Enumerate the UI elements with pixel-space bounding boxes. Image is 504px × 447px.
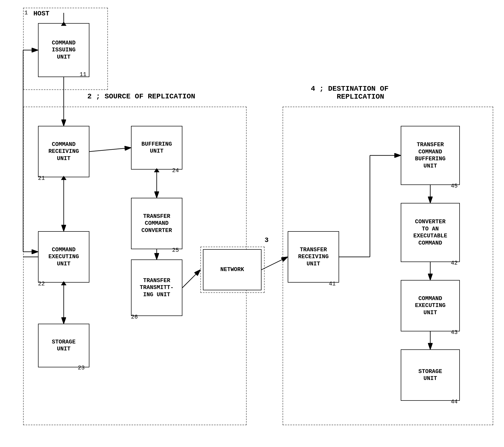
number-23: 23 bbox=[78, 365, 85, 371]
diagram: HOST 1 COMMANDISSUINGUNIT 11 2 ; SOURCE … bbox=[0, 0, 504, 447]
box25-text: TRANSFERCOMMANDCONVERTER bbox=[142, 213, 172, 234]
box11-text: COMMANDISSUINGUNIT bbox=[52, 40, 76, 61]
box-storage-unit-dest: STORAGEUNIT bbox=[401, 349, 460, 401]
box-command-executing-unit-source: COMMANDEXECUTINGUNIT bbox=[38, 231, 89, 283]
box-transfer-receiving-unit: TRANSFERRECEIVINGUNIT bbox=[288, 231, 339, 283]
box-command-issuing-unit: COMMANDISSUINGUNIT bbox=[38, 23, 89, 77]
box-transfer-transmitting-unit: TRANSFERTRANSMITT-ING UNIT bbox=[131, 259, 182, 316]
number-42: 42 bbox=[451, 260, 458, 266]
box-transfer-command-buffering-unit: TRANSFERCOMMANDBUFFERINGUNIT bbox=[401, 126, 460, 185]
number-44: 44 bbox=[451, 399, 458, 405]
box23-text: STORAGEUNIT bbox=[52, 339, 76, 353]
box24-text: BUFFERINGUNIT bbox=[142, 141, 172, 155]
box45-text: TRANSFERCOMMANDBUFFERINGUNIT bbox=[415, 141, 446, 170]
box-command-executing-unit-dest: COMMANDEXECUTINGUNIT bbox=[401, 280, 460, 331]
destination-label: 4 ; DESTINATION OF REPLICATION bbox=[311, 85, 388, 101]
number-41: 41 bbox=[329, 281, 335, 287]
box-transfer-command-converter: TRANSFERCOMMANDCONVERTER bbox=[131, 198, 182, 249]
host-label: HOST bbox=[33, 10, 49, 17]
number-21: 21 bbox=[38, 175, 45, 182]
source-label: 2 ; SOURCE OF REPLICATION bbox=[87, 92, 195, 100]
number-24: 24 bbox=[172, 167, 179, 174]
number-11: 11 bbox=[80, 71, 86, 78]
network-region-label: 3 bbox=[265, 236, 269, 244]
box22-text: COMMANDEXECUTINGUNIT bbox=[49, 246, 79, 268]
box-network: NETWORK bbox=[203, 249, 262, 290]
box-network-text: NETWORK bbox=[220, 266, 244, 273]
box26-text: TRANSFERTRANSMITT-ING UNIT bbox=[140, 277, 174, 299]
box44-text: STORAGEUNIT bbox=[418, 368, 442, 382]
box41-text: TRANSFERRECEIVINGUNIT bbox=[298, 246, 329, 268]
box-buffering-unit: BUFFERINGUNIT bbox=[131, 126, 182, 170]
box43-text: COMMANDEXECUTINGUNIT bbox=[415, 295, 446, 316]
box-command-receiving-unit: COMMANDRECEIVINGUNIT bbox=[38, 126, 89, 177]
box-storage-unit-source: STORAGEUNIT bbox=[38, 324, 89, 367]
number-1: 1 bbox=[24, 10, 28, 16]
number-26: 26 bbox=[131, 314, 138, 320]
number-22: 22 bbox=[38, 281, 45, 287]
number-25: 25 bbox=[172, 247, 179, 254]
number-43: 43 bbox=[451, 329, 458, 336]
box21-text: COMMANDRECEIVINGUNIT bbox=[49, 141, 79, 162]
number-45: 45 bbox=[451, 183, 458, 189]
box42-text: CONVERTERTO ANEXECUTABLECOMMAND bbox=[413, 218, 447, 247]
box-converter-executable: CONVERTERTO ANEXECUTABLECOMMAND bbox=[401, 203, 460, 262]
